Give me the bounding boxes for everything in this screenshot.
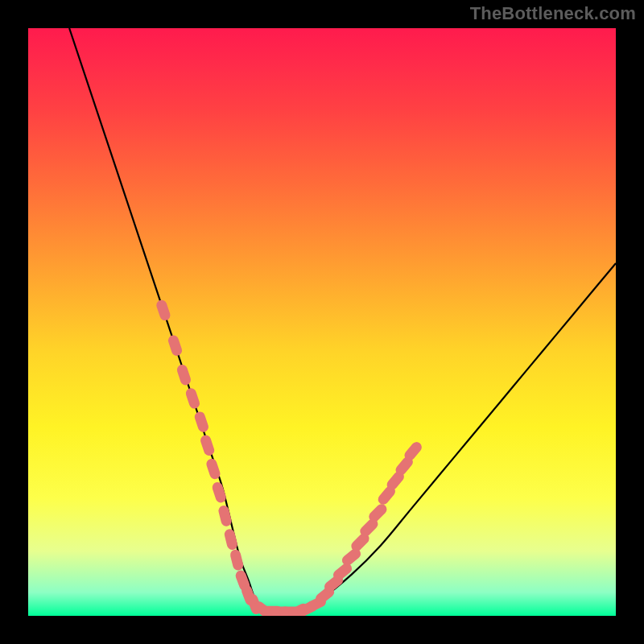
marker-dot	[193, 411, 210, 434]
marker-dot	[229, 548, 245, 571]
curve-path	[69, 28, 616, 614]
marker-dot	[199, 434, 216, 457]
marker-dot	[175, 363, 192, 386]
marker-dot	[223, 528, 238, 551]
watermark-label: TheBottleneck.com	[470, 3, 636, 24]
marker-dot	[184, 387, 201, 411]
marker-dot	[217, 505, 233, 527]
marker-dot	[205, 457, 222, 481]
chart-frame: TheBottleneck.com	[0, 0, 644, 644]
bottleneck-curve	[69, 28, 616, 614]
marker-dot	[167, 334, 184, 357]
plot-area	[28, 28, 616, 616]
marker-dot	[155, 299, 172, 322]
marker-dot	[211, 481, 228, 504]
marker-dots	[155, 299, 424, 616]
chart-svg	[28, 28, 616, 616]
